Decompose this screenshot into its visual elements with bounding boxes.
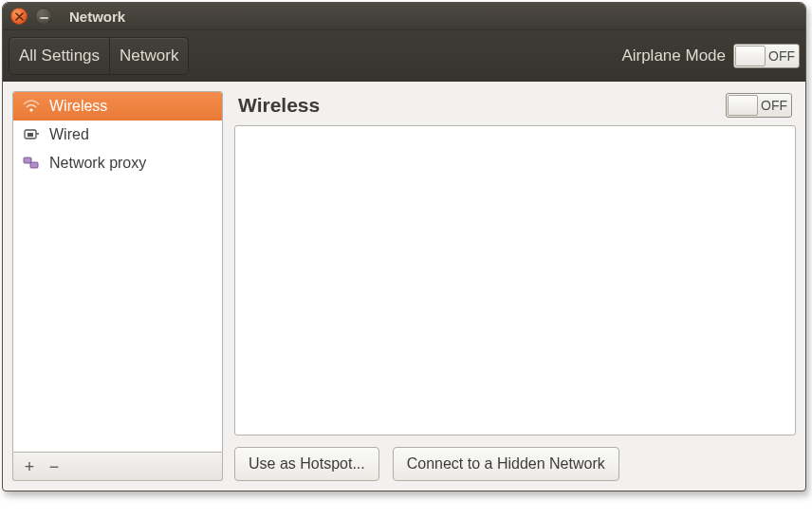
toolbar: All Settings Network Airplane Mode OFF: [3, 30, 805, 82]
airplane-mode-label: Airplane Mode: [621, 46, 726, 65]
toggle-knob: [728, 95, 758, 116]
sidebar-item-label: Wireless: [49, 98, 107, 115]
sidebar-item-label: Network proxy: [49, 155, 146, 172]
sidebar: Wireless Wired: [12, 91, 223, 481]
close-icon[interactable]: [10, 8, 28, 25]
panel-header: Wireless OFF: [234, 91, 796, 125]
airplane-mode-state: OFF: [768, 48, 795, 64]
sidebar-item-wireless[interactable]: Wireless: [13, 92, 222, 120]
sidebar-item-label: Wired: [49, 126, 89, 143]
wireless-state: OFF: [761, 98, 787, 113]
toggle-knob: [735, 46, 766, 66]
sidebar-footer: + −: [12, 453, 223, 481]
remove-connection-button[interactable]: −: [44, 456, 65, 477]
wifi-icon: [23, 99, 40, 114]
connect-hidden-network-button[interactable]: Connect to a Hidden Network: [393, 447, 619, 481]
svg-rect-4: [30, 162, 38, 168]
connection-list: Wireless Wired: [12, 91, 223, 453]
content-area: Wireless Wired: [3, 82, 805, 491]
add-connection-button[interactable]: +: [19, 456, 40, 477]
panel-title: Wireless: [238, 94, 320, 117]
proxy-icon: [23, 156, 40, 171]
wireless-toggle[interactable]: OFF: [726, 93, 792, 118]
titlebar[interactable]: Network: [3, 3, 805, 30]
network-settings-window: Network All Settings Network Airplane Mo…: [2, 2, 806, 491]
wireless-networks-list[interactable]: [234, 125, 796, 436]
use-as-hotspot-button[interactable]: Use as Hotspot...: [234, 447, 379, 481]
breadcrumb: All Settings Network: [9, 37, 189, 75]
minimize-icon[interactable]: [35, 8, 52, 25]
panel-actions: Use as Hotspot... Connect to a Hidden Ne…: [234, 436, 796, 481]
svg-rect-3: [24, 158, 31, 163]
svg-rect-2: [28, 133, 33, 137]
window-title: Network: [69, 9, 125, 25]
sidebar-item-wired[interactable]: Wired: [13, 120, 222, 149]
main-panel: Wireless OFF Use as Hotspot... Connect t…: [234, 91, 796, 481]
sidebar-item-proxy[interactable]: Network proxy: [13, 149, 222, 177]
airplane-mode-toggle[interactable]: OFF: [733, 44, 800, 68]
ethernet-icon: [23, 127, 40, 142]
svg-point-0: [29, 108, 32, 111]
network-breadcrumb-button[interactable]: Network: [110, 37, 189, 75]
all-settings-button[interactable]: All Settings: [9, 37, 110, 75]
